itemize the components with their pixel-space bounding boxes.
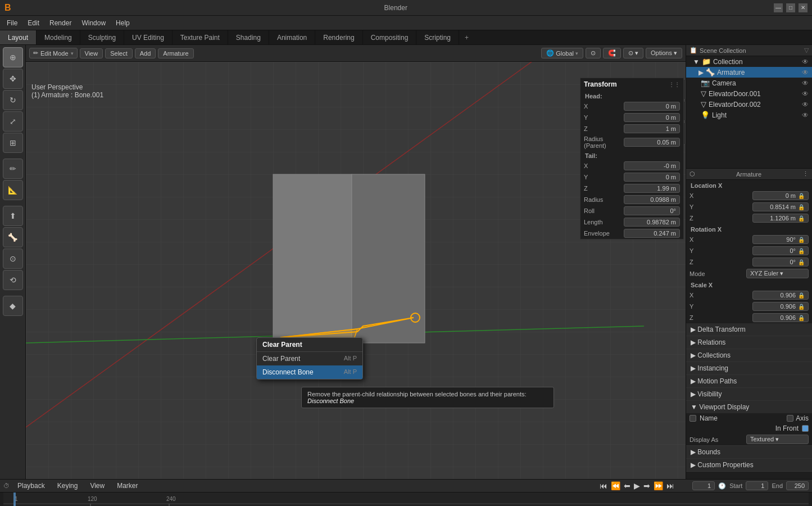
move-tool[interactable]: ✥ bbox=[3, 69, 23, 89]
prev-frame-btn[interactable]: ⏪ bbox=[611, 481, 620, 490]
outliner-elevator2[interactable]: ▽ ElevatorDoor.002 👁 bbox=[686, 99, 812, 110]
envelope-value[interactable]: 0.247 m bbox=[624, 229, 680, 238]
rot-z-lock[interactable]: 🔒 bbox=[798, 259, 805, 265]
rot-y-value[interactable]: 0° 🔒 bbox=[752, 246, 809, 255]
armature-eye[interactable]: 👁 bbox=[802, 69, 809, 76]
armature-menu-btn[interactable]: Armature bbox=[158, 48, 193, 58]
loc-z-lock[interactable]: 🔒 bbox=[798, 215, 805, 222]
tab-modeling[interactable]: Modeling bbox=[37, 30, 80, 44]
tab-sculpting[interactable]: Sculpting bbox=[80, 30, 124, 44]
radius-value[interactable]: 0.0988 m bbox=[624, 195, 680, 204]
tab-layout[interactable]: Layout bbox=[0, 30, 37, 44]
play-btn[interactable]: ▶ bbox=[634, 481, 640, 490]
relations-header[interactable]: ▶ Relations bbox=[686, 336, 812, 349]
outliner-camera[interactable]: 📷 Camera 👁 bbox=[686, 78, 812, 88]
motion-paths-header[interactable]: ▶ Motion Paths bbox=[686, 375, 812, 387]
marker-btn[interactable]: Marker bbox=[112, 481, 142, 491]
rotation-mode-dropdown[interactable]: XYZ Euler ▾ bbox=[746, 269, 809, 278]
rot-y-lock[interactable]: 🔒 bbox=[798, 248, 805, 254]
head-z-value[interactable]: 1 m bbox=[624, 124, 680, 133]
head-y-value[interactable]: 0 m bbox=[624, 113, 680, 122]
head-x-value[interactable]: 0 m bbox=[624, 102, 680, 111]
current-frame[interactable]: 1 bbox=[692, 481, 715, 490]
rot-x-lock[interactable]: 🔒 bbox=[798, 237, 805, 243]
timeline-body[interactable]: 1 120 240 bbox=[0, 493, 812, 506]
loc-x-lock[interactable]: 🔒 bbox=[798, 193, 805, 199]
tab-rendering[interactable]: Rendering bbox=[315, 30, 362, 44]
scale-z-value[interactable]: 0.906 🔒 bbox=[752, 313, 809, 322]
tab-uv-editing[interactable]: UV Editing bbox=[124, 30, 173, 44]
menu-render[interactable]: Render bbox=[45, 18, 76, 28]
prev-keyframe-btn[interactable]: ⬅ bbox=[624, 481, 630, 490]
tab-animation[interactable]: Animation bbox=[269, 30, 315, 44]
cursor-tool[interactable]: ⊕ bbox=[3, 47, 23, 67]
global-btn[interactable]: 🌐 Global ▾ bbox=[541, 48, 583, 58]
playback-btn[interactable]: Playback bbox=[13, 481, 49, 491]
camera-eye[interactable]: 👁 bbox=[802, 79, 809, 87]
loc-x-value[interactable]: 0 m 🔒 bbox=[752, 191, 809, 200]
view-menu-btn[interactable]: View bbox=[80, 48, 103, 58]
next-keyframe-btn[interactable]: ➡ bbox=[643, 481, 650, 490]
rotate-tool[interactable]: ↻ bbox=[3, 90, 23, 110]
elevator1-eye[interactable]: 👁 bbox=[802, 90, 809, 98]
outliner-light[interactable]: 💡 Light 👁 bbox=[686, 110, 812, 120]
transform-tool[interactable]: ⊞ bbox=[3, 133, 23, 153]
skip-start-btn[interactable]: ⏮ bbox=[600, 481, 607, 490]
add-workspace-button[interactable]: + bbox=[459, 30, 474, 44]
skip-end-btn[interactable]: ⏭ bbox=[666, 481, 674, 490]
tab-scripting[interactable]: Scripting bbox=[416, 30, 459, 44]
bounds-header[interactable]: ▶ Bounds bbox=[686, 446, 812, 458]
annotate-tool[interactable]: ✏ bbox=[3, 159, 23, 179]
elevator2-eye[interactable]: 👁 bbox=[802, 101, 809, 109]
light-eye[interactable]: 👁 bbox=[802, 111, 809, 119]
loc-y-value[interactable]: 0.8514 m 🔒 bbox=[752, 202, 809, 211]
bone-tool[interactable]: 🦴 bbox=[3, 227, 23, 247]
proportional-btn[interactable]: ⊙ ▾ bbox=[623, 48, 643, 58]
menu-file[interactable]: File bbox=[2, 18, 22, 28]
outliner-armature[interactable]: ▶ 🦴 Armature 👁 bbox=[686, 67, 812, 78]
mode-selector[interactable]: ✏ Edit Mode ▾ bbox=[29, 48, 78, 58]
add-menu-btn[interactable]: Add bbox=[135, 48, 156, 58]
clear-parent-item[interactable]: Clear Parent Alt P bbox=[257, 352, 362, 365]
tail-y-value[interactable]: 0 m bbox=[624, 173, 680, 182]
shapekeys-tool[interactable]: ◆ bbox=[3, 296, 23, 316]
scale-tool[interactable]: ⤢ bbox=[3, 111, 23, 132]
end-frame[interactable]: 250 bbox=[786, 481, 809, 490]
outliner-collection[interactable]: ▼ 📁 Collection 👁 bbox=[686, 56, 812, 67]
rot-x-value[interactable]: 90° 🔒 bbox=[752, 235, 809, 244]
options-btn[interactable]: Options ▾ bbox=[646, 48, 682, 58]
display-as-dropdown[interactable]: Textured ▾ bbox=[746, 435, 809, 444]
name-checkbox[interactable] bbox=[689, 415, 696, 422]
scale-x-lock[interactable]: 🔒 bbox=[798, 292, 805, 299]
roll-value[interactable]: 0° bbox=[624, 206, 680, 215]
tail-x-value[interactable]: -0 m bbox=[624, 161, 680, 170]
keying-btn[interactable]: Keying bbox=[53, 481, 83, 491]
close-button[interactable]: ✕ bbox=[799, 3, 808, 12]
measure-tool[interactable]: 📐 bbox=[3, 180, 23, 200]
outliner-elevator1[interactable]: ▽ ElevatorDoor.001 👁 bbox=[686, 88, 812, 99]
maximize-button[interactable]: □ bbox=[786, 3, 795, 12]
collection-eye[interactable]: 👁 bbox=[802, 58, 809, 66]
axis-checkbox[interactable] bbox=[787, 415, 793, 422]
menu-window[interactable]: Window bbox=[77, 18, 110, 28]
view-timeline-btn[interactable]: View bbox=[85, 481, 109, 491]
prop-options-icon[interactable]: ⋮ bbox=[802, 170, 809, 178]
minimize-button[interactable]: — bbox=[774, 3, 783, 12]
snap-btn[interactable]: 🧲 bbox=[603, 48, 621, 58]
delta-transform-header[interactable]: ▶ Delta Transform bbox=[686, 323, 812, 336]
tail-z-value[interactable]: 1.99 m bbox=[624, 184, 680, 193]
outliner-filter-icon[interactable]: ▽ bbox=[804, 47, 809, 54]
tab-shading[interactable]: Shading bbox=[228, 30, 269, 44]
scale-z-lock[interactable]: 🔒 bbox=[798, 315, 805, 321]
tab-texture-paint[interactable]: Texture Paint bbox=[173, 30, 228, 44]
transform-options[interactable]: ⋮⋮ bbox=[669, 82, 680, 88]
collections-header[interactable]: ▶ Collections bbox=[686, 349, 812, 362]
menu-edit[interactable]: Edit bbox=[23, 18, 44, 28]
pivot-btn[interactable]: ⊙ bbox=[586, 48, 601, 58]
next-frame-btn[interactable]: ⏩ bbox=[654, 481, 663, 490]
extrude-tool[interactable]: ⬆ bbox=[3, 206, 23, 226]
start-frame[interactable]: 1 bbox=[746, 481, 768, 490]
select-menu-btn[interactable]: Select bbox=[105, 48, 133, 58]
scale-x-value[interactable]: 0.906 🔒 bbox=[752, 291, 809, 300]
custom-properties-header[interactable]: ▶ Custom Properties bbox=[686, 459, 812, 471]
